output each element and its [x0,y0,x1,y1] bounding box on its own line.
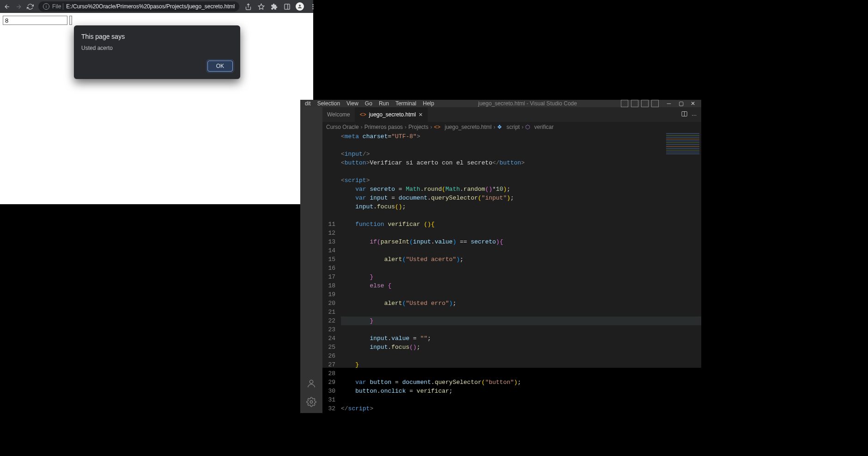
guess-input[interactable] [3,16,67,25]
site-info-icon[interactable]: i [43,3,49,10]
layout-controls [621,100,659,107]
menu-terminal[interactable]: Terminal [395,100,416,107]
menu-run[interactable]: Run [379,100,389,107]
url-text: E:/Curso%20Oracle/Primeros%20pasos/Proje… [66,3,235,10]
address-bar[interactable]: i File E:/Curso%20Oracle/Primeros%20paso… [38,1,239,12]
menu-selection[interactable]: Selection [317,100,340,107]
html-file-icon: <> [434,124,440,130]
line-gutter: 11 12 13 14 15 16 17 18 19 20 21 22 23 2… [322,132,341,413]
code-editor[interactable]: 11 12 13 14 15 16 17 18 19 20 21 22 23 2… [322,132,701,413]
svg-point-3 [299,5,301,6]
minimap[interactable] [664,132,701,215]
symbol-icon: ❖ [497,124,502,130]
editor-tabs: Welcome <> juego_secreto.html ✕ ··· [322,107,701,122]
kebab-menu-icon[interactable] [309,2,317,11]
alert-ok-button[interactable]: OK [207,61,233,72]
function-icon: ⬡ [525,124,530,130]
activity-bar [300,107,322,413]
minimize-icon[interactable]: ─ [665,100,673,107]
verify-button[interactable] [69,16,72,25]
settings-gear-icon[interactable] [306,396,317,407]
layout-icon[interactable] [651,100,659,107]
tab-close-icon[interactable]: ✕ [419,112,423,118]
svg-point-7 [310,380,313,383]
layout-icon[interactable] [641,100,649,107]
breadcrumb[interactable]: Curso Oracle› Primeros pasos› Projects› … [322,122,701,132]
layout-icon[interactable] [621,100,628,107]
maximize-icon[interactable]: ▢ [677,100,685,107]
tab-welcome[interactable]: Welcome [322,107,355,122]
svg-point-8 [310,401,313,403]
vscode-titlebar: dit Selection View Go Run Terminal Help … [300,100,701,107]
more-actions-icon[interactable]: ··· [692,111,697,118]
menu-bar: dit Selection View Go Run Terminal Help [305,100,434,107]
menu-edit[interactable]: dit [305,100,311,107]
panel-icon[interactable] [283,2,291,11]
svg-point-5 [312,6,314,7]
menu-help[interactable]: Help [423,100,434,107]
accounts-icon[interactable] [306,378,317,389]
svg-rect-1 [285,4,290,9]
vscode-window: dit Selection View Go Run Terminal Help … [300,100,701,368]
profile-avatar[interactable] [296,2,304,11]
close-icon[interactable]: ✕ [689,100,697,107]
svg-marker-0 [258,4,264,9]
code-area[interactable]: <meta charset="UTF-8"> <input/> <button>… [341,132,701,413]
share-icon[interactable] [244,2,252,11]
html-file-icon: <> [360,111,366,118]
menu-view[interactable]: View [346,100,358,107]
window-title: juego_secreto.html - Visual Studio Code [434,100,621,107]
star-icon[interactable] [257,2,265,11]
chrome-browser-window: i File E:/Curso%20Oracle/Primeros%20paso… [0,0,313,204]
back-icon[interactable] [4,2,11,11]
js-alert-dialog: This page says Usted acerto OK [74,25,240,79]
extensions-icon[interactable] [270,2,278,11]
url-scheme: File [52,3,63,10]
page-body: This page says Usted acerto OK [0,13,313,204]
forward-icon[interactable] [15,2,22,11]
reload-icon[interactable] [27,2,34,11]
tab-file[interactable]: <> juego_secreto.html ✕ [355,107,428,122]
split-editor-icon[interactable] [681,110,688,119]
alert-title: This page says [81,33,233,40]
layout-icon[interactable] [631,100,638,107]
svg-point-6 [312,8,314,9]
svg-point-4 [312,4,314,5]
browser-toolbar: i File E:/Curso%20Oracle/Primeros%20paso… [0,0,313,13]
alert-message: Usted acerto [81,45,233,51]
menu-go[interactable]: Go [365,100,372,107]
